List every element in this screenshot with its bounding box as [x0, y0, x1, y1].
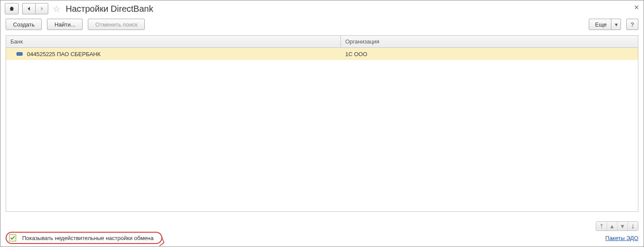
move-top-icon: ⤒ — [599, 223, 604, 230]
cancel-search-button[interactable]: Отменить поиск — [88, 19, 145, 30]
create-button[interactable]: Создать — [6, 19, 42, 30]
forward-button[interactable] — [35, 3, 48, 14]
help-button[interactable]: ? — [626, 19, 638, 30]
chevron-down-icon: ▾ — [611, 19, 618, 30]
row-item-icon — [17, 52, 23, 56]
arrow-left-icon — [27, 6, 32, 11]
table-body: 044525225 ПАО СБЕРБАНК 1С ООО — [6, 48, 638, 211]
close-button[interactable]: ✕ — [634, 4, 639, 11]
find-button[interactable]: Найти... — [47, 19, 83, 30]
cell-org: 1С ООО — [341, 51, 638, 57]
command-bar: Создать Найти... Отменить поиск Еще ▾ ? — [0, 19, 644, 35]
nav-back-forward — [22, 3, 48, 14]
back-button[interactable] — [22, 3, 35, 14]
column-header-org[interactable]: Организация — [341, 36, 638, 47]
table-row[interactable]: 044525225 ПАО СБЕРБАНК 1С ООО — [6, 48, 638, 60]
move-up-icon: ▲ — [609, 223, 615, 230]
cell-bank: 044525225 ПАО СБЕРБАНК — [6, 51, 341, 57]
cell-bank-text: 044525225 ПАО СБЕРБАНК — [27, 51, 100, 57]
column-header-bank[interactable]: Банк — [6, 36, 341, 47]
home-button[interactable] — [5, 3, 19, 14]
move-bottom-icon: ⤓ — [631, 223, 635, 230]
cell-org-text: 1С ООО — [345, 51, 367, 57]
packages-edo-link[interactable]: Пакеты ЭДО — [605, 235, 638, 241]
arrow-right-icon — [39, 6, 44, 11]
more-button-label: Еще — [595, 21, 607, 28]
favorite-star-icon[interactable]: ☆ — [53, 3, 60, 14]
footer-bar: Показывать недействительные настройки об… — [0, 229, 644, 247]
move-down-icon: ▼ — [620, 223, 625, 230]
table-header: Банк Организация — [6, 36, 638, 48]
settings-table: Банк Организация 044525225 ПАО СБЕРБАНК … — [6, 35, 638, 212]
more-button[interactable]: Еще ▾ — [589, 19, 621, 30]
show-invalid-label: Показывать недействительные настройки об… — [22, 235, 153, 241]
page-title: Настройки DirectBank — [66, 4, 153, 14]
header-bar: ☆ Настройки DirectBank ✕ — [0, 0, 644, 19]
show-invalid-highlight: Показывать недействительные настройки об… — [6, 232, 162, 244]
show-invalid-checkbox[interactable] — [9, 234, 16, 241]
home-icon — [9, 6, 15, 12]
check-icon — [10, 235, 15, 240]
